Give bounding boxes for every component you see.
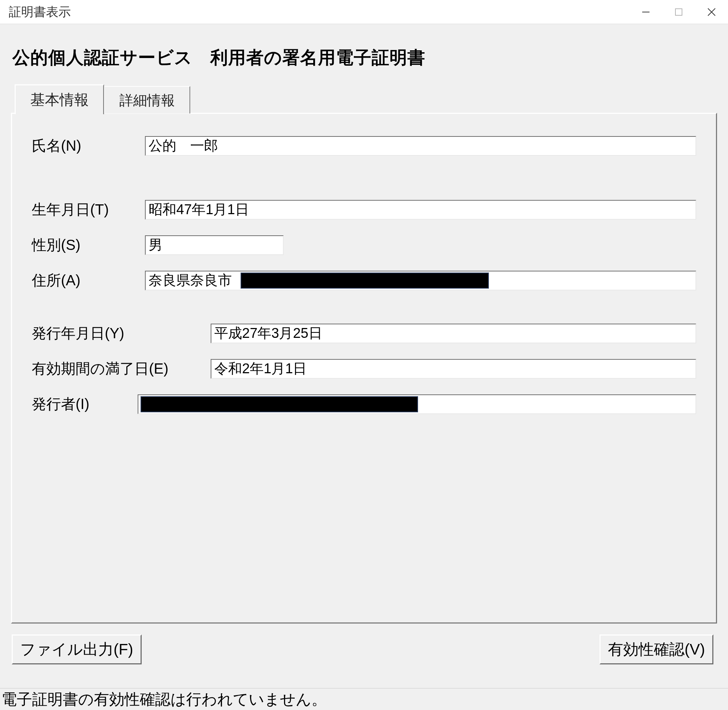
validate-button[interactable]: 有効性確認(V): [600, 634, 713, 665]
svg-rect-1: [675, 9, 682, 15]
redaction-address: [241, 273, 489, 289]
field-gender[interactable]: 男: [145, 235, 284, 255]
window-title: 証明書表示: [9, 4, 629, 21]
minimize-icon: [641, 7, 651, 17]
value-name: 公的 一郎: [149, 136, 218, 155]
label-gender: 性別(S): [32, 235, 145, 255]
field-name[interactable]: 公的 一郎: [145, 136, 696, 156]
field-expiry-date[interactable]: 令和2年1月1日: [211, 359, 696, 379]
field-issue-date[interactable]: 平成27年3月25日: [211, 324, 696, 343]
value-issue-date: 平成27年3月25日: [214, 324, 322, 343]
titlebar: 証明書表示: [0, 0, 728, 24]
label-name: 氏名(N): [32, 136, 145, 156]
label-issuer: 発行者(I): [32, 394, 138, 414]
label-birthdate: 生年月日(T): [32, 200, 145, 220]
file-output-button[interactable]: ファイル出力(F): [12, 634, 142, 665]
tab-detail-info[interactable]: 詳細情報: [104, 86, 190, 113]
certificate-window: 証明書表示 公的個人認証サービス 利用者の署名用電子証明書 基本情報 詳細情報 …: [0, 0, 728, 710]
maximize-icon: [674, 8, 683, 16]
client-area: 公的個人認証サービス 利用者の署名用電子証明書 基本情報 詳細情報 氏名(N) …: [0, 24, 728, 688]
close-button[interactable]: [695, 0, 728, 24]
status-bar: 電子証明書の有効性確認は行われていません。: [0, 688, 728, 710]
field-issuer[interactable]: [138, 395, 696, 414]
minimize-button[interactable]: [629, 0, 662, 24]
bottom-toolbar: ファイル出力(F) 有効性確認(V): [11, 623, 717, 668]
value-birthdate: 昭和47年1月1日: [149, 200, 249, 219]
close-icon: [706, 7, 717, 17]
redaction-issuer: [141, 396, 418, 412]
tab-basic-info[interactable]: 基本情報: [15, 84, 104, 114]
status-text: 電子証明書の有効性確認は行われていません。: [1, 689, 327, 710]
label-expiry-date: 有効期間の満了日(E): [32, 359, 211, 379]
value-address: 奈良県奈良市: [149, 271, 232, 290]
titlebar-controls: [629, 0, 728, 24]
basic-info-panel: 氏名(N) 公的 一郎 生年月日(T) 昭和47年1月1日 性別(S) 男 住所…: [11, 113, 717, 623]
tab-strip: 基本情報 詳細情報: [15, 84, 717, 113]
value-expiry-date: 令和2年1月1日: [214, 359, 307, 378]
field-birthdate[interactable]: 昭和47年1月1日: [145, 200, 696, 220]
field-address[interactable]: 奈良県奈良市: [145, 271, 696, 290]
label-address: 住所(A): [32, 270, 145, 290]
page-title: 公的個人認証サービス 利用者の署名用電子証明書: [12, 46, 717, 69]
value-gender: 男: [149, 236, 162, 254]
maximize-button: [662, 0, 695, 24]
label-issue-date: 発行年月日(Y): [32, 323, 211, 343]
